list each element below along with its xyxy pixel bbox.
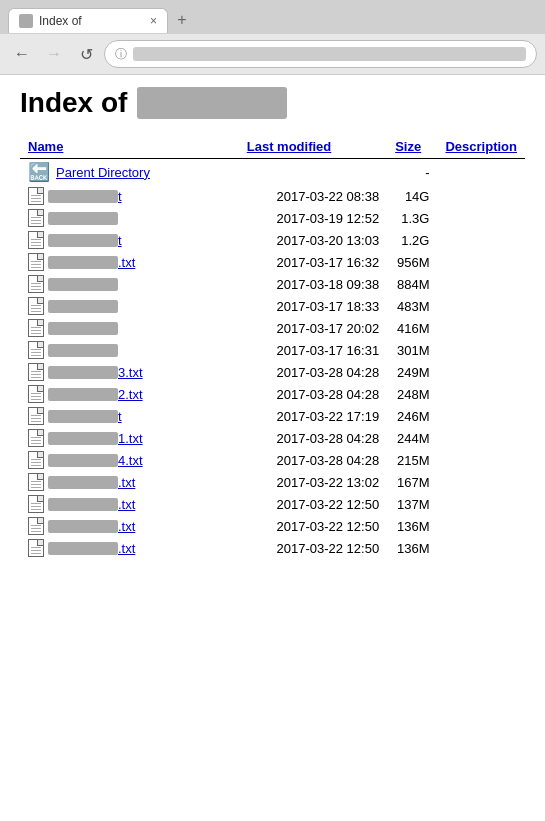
tab-favicon bbox=[19, 14, 33, 28]
file-link[interactable]: 2.txt bbox=[48, 387, 143, 402]
file-desc bbox=[437, 207, 525, 229]
reload-button[interactable]: ↺ bbox=[72, 40, 100, 68]
file-name-cell: t bbox=[20, 229, 239, 251]
forward-button[interactable]: → bbox=[40, 40, 68, 68]
table-row: 2017-03-19 12:52 1.3G bbox=[20, 207, 525, 229]
file-name-blur bbox=[48, 278, 118, 291]
file-desc bbox=[437, 295, 525, 317]
file-link[interactable]: .txt bbox=[48, 475, 135, 490]
file-size: 884M bbox=[387, 273, 437, 295]
file-modified: 2017-03-28 04:28 bbox=[239, 383, 387, 405]
file-modified: 2017-03-19 12:52 bbox=[239, 207, 387, 229]
file-link[interactable]: .txt bbox=[48, 519, 135, 534]
file-name-suffix: t bbox=[118, 233, 122, 248]
file-name-suffix: .txt bbox=[118, 541, 135, 556]
page-title-blur bbox=[137, 87, 287, 119]
file-icon bbox=[28, 429, 44, 447]
table-row: 2017-03-17 16:31 301M bbox=[20, 339, 525, 361]
file-link[interactable] bbox=[48, 300, 118, 313]
parent-size: - bbox=[387, 159, 437, 186]
file-icon bbox=[28, 209, 44, 227]
file-name-cell: .txt bbox=[20, 251, 239, 273]
active-tab[interactable]: Index of × bbox=[8, 8, 168, 33]
table-row: 2017-03-17 20:02 416M bbox=[20, 317, 525, 339]
file-name-blur bbox=[48, 366, 118, 379]
table-row: 2017-03-18 09:38 884M bbox=[20, 273, 525, 295]
file-size: 249M bbox=[387, 361, 437, 383]
file-icon bbox=[28, 407, 44, 425]
file-name-cell bbox=[20, 295, 239, 317]
file-icon bbox=[28, 187, 44, 205]
table-row: .txt 2017-03-22 13:02 167M bbox=[20, 471, 525, 493]
file-size: 246M bbox=[387, 405, 437, 427]
file-link[interactable]: t bbox=[48, 233, 122, 248]
col-header-modified: Last modified bbox=[239, 135, 387, 159]
file-link[interactable]: 3.txt bbox=[48, 365, 143, 380]
table-row: t 2017-03-20 13:03 1.2G bbox=[20, 229, 525, 251]
file-name-blur bbox=[48, 410, 118, 423]
file-link[interactable]: .txt bbox=[48, 541, 135, 556]
file-size: 416M bbox=[387, 317, 437, 339]
file-icon bbox=[28, 495, 44, 513]
file-name-suffix: 2.txt bbox=[118, 387, 143, 402]
file-desc bbox=[437, 405, 525, 427]
file-size: 136M bbox=[387, 515, 437, 537]
file-modified: 2017-03-22 17:19 bbox=[239, 405, 387, 427]
file-link[interactable]: t bbox=[48, 409, 122, 424]
file-link[interactable] bbox=[48, 212, 118, 225]
file-link[interactable]: 1.txt bbox=[48, 431, 143, 446]
table-row: 2017-03-17 18:33 483M bbox=[20, 295, 525, 317]
col-modified-link[interactable]: Last modified bbox=[247, 139, 332, 154]
table-row: .txt 2017-03-22 12:50 136M bbox=[20, 515, 525, 537]
file-icon bbox=[28, 473, 44, 491]
file-desc bbox=[437, 361, 525, 383]
page-content: Index of Name Last modified Size Descrip… bbox=[0, 75, 545, 571]
file-name-cell bbox=[20, 207, 239, 229]
new-tab-button[interactable]: + bbox=[168, 6, 196, 34]
file-name-blur bbox=[48, 190, 118, 203]
file-size: 136M bbox=[387, 537, 437, 559]
file-link[interactable]: .txt bbox=[48, 255, 135, 270]
file-modified: 2017-03-17 16:32 bbox=[239, 251, 387, 273]
file-link[interactable]: .txt bbox=[48, 497, 135, 512]
file-modified: 2017-03-18 09:38 bbox=[239, 273, 387, 295]
file-modified: 2017-03-22 12:50 bbox=[239, 515, 387, 537]
address-bar[interactable]: ⓘ bbox=[104, 40, 537, 68]
file-link[interactable]: 4.txt bbox=[48, 453, 143, 468]
parent-dir-link[interactable]: Parent Directory bbox=[56, 165, 150, 180]
file-name-cell: 4.txt bbox=[20, 449, 239, 471]
table-row: .txt 2017-03-22 12:50 137M bbox=[20, 493, 525, 515]
back-button[interactable]: ← bbox=[8, 40, 36, 68]
file-link[interactable] bbox=[48, 322, 118, 335]
file-desc bbox=[437, 471, 525, 493]
tab-title: Index of bbox=[39, 14, 144, 28]
file-name-suffix: .txt bbox=[118, 255, 135, 270]
directory-table: Name Last modified Size Description 🔙 Pa… bbox=[20, 135, 525, 559]
file-name-cell bbox=[20, 339, 239, 361]
file-icon bbox=[28, 253, 44, 271]
file-link[interactable] bbox=[48, 344, 118, 357]
table-row: 4.txt 2017-03-28 04:28 215M bbox=[20, 449, 525, 471]
file-link[interactable]: t bbox=[48, 189, 122, 204]
file-modified: 2017-03-17 18:33 bbox=[239, 295, 387, 317]
file-modified: 2017-03-17 16:31 bbox=[239, 339, 387, 361]
file-size: 956M bbox=[387, 251, 437, 273]
parent-dir-cell: 🔙 Parent Directory bbox=[20, 159, 239, 186]
col-size-link[interactable]: Size bbox=[395, 139, 421, 154]
lock-icon: ⓘ bbox=[115, 46, 127, 63]
file-size: 1.2G bbox=[387, 229, 437, 251]
tab-close-button[interactable]: × bbox=[150, 14, 157, 28]
file-name-blur bbox=[48, 542, 118, 555]
file-modified: 2017-03-28 04:28 bbox=[239, 361, 387, 383]
file-icon bbox=[28, 539, 44, 557]
file-icon bbox=[28, 385, 44, 403]
file-link[interactable] bbox=[48, 278, 118, 291]
col-desc-link[interactable]: Description bbox=[445, 139, 517, 154]
file-size: 14G bbox=[387, 185, 437, 207]
file-name-blur bbox=[48, 388, 118, 401]
file-name-blur bbox=[48, 454, 118, 467]
col-name-link[interactable]: Name bbox=[28, 139, 63, 154]
file-icon bbox=[28, 341, 44, 359]
file-name-suffix: 4.txt bbox=[118, 453, 143, 468]
file-name-blur bbox=[48, 256, 118, 269]
